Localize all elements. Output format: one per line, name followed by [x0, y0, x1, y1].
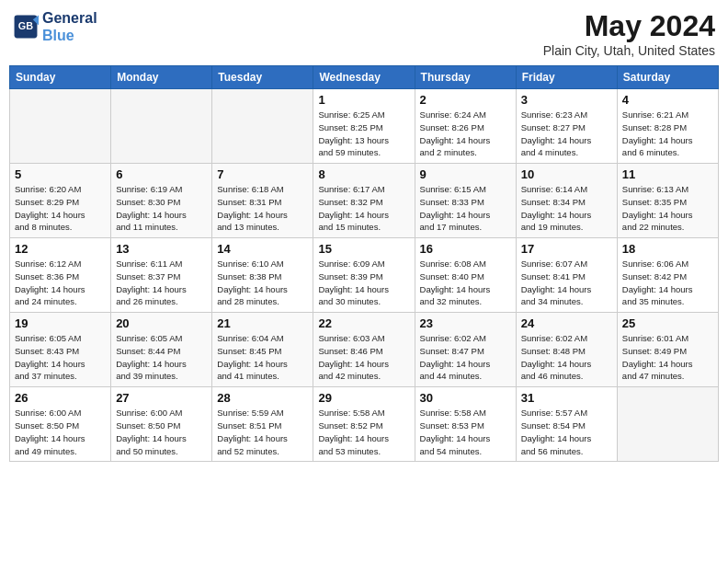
day-info: Sunrise: 6:01 AM Sunset: 8:49 PM Dayligh…: [622, 332, 713, 383]
calendar-day-cell: [10, 89, 111, 164]
weekday-header: Sunday: [10, 66, 111, 89]
day-number: 21: [217, 316, 308, 330]
day-info: Sunrise: 6:17 AM Sunset: 8:32 PM Dayligh…: [318, 183, 409, 234]
day-info: Sunrise: 5:57 AM Sunset: 8:54 PM Dayligh…: [521, 407, 612, 457]
calendar-day-cell: 20Sunrise: 6:05 AM Sunset: 8:44 PM Dayli…: [111, 313, 212, 387]
day-number: 15: [318, 242, 409, 256]
day-info: Sunrise: 6:04 AM Sunset: 8:45 PM Dayligh…: [217, 332, 308, 383]
logo: GB General Blue: [13, 9, 97, 44]
day-info: Sunrise: 5:59 AM Sunset: 8:51 PM Dayligh…: [217, 407, 308, 457]
logo-icon: GB: [13, 14, 39, 40]
calendar-day-cell: 3Sunrise: 6:23 AM Sunset: 8:27 PM Daylig…: [516, 89, 617, 164]
day-number: 12: [15, 242, 106, 256]
calendar-day-cell: 19Sunrise: 6:05 AM Sunset: 8:43 PM Dayli…: [10, 313, 111, 387]
calendar-day-cell: 28Sunrise: 5:59 AM Sunset: 8:51 PM Dayli…: [212, 387, 313, 462]
day-number: 7: [217, 167, 308, 181]
weekday-header: Friday: [516, 66, 617, 89]
day-info: Sunrise: 6:02 AM Sunset: 8:47 PM Dayligh…: [420, 332, 511, 383]
day-number: 4: [622, 93, 713, 107]
logo-text: General Blue: [42, 9, 97, 44]
day-info: Sunrise: 6:20 AM Sunset: 8:29 PM Dayligh…: [15, 183, 106, 234]
calendar-day-cell: 1Sunrise: 6:25 AM Sunset: 8:25 PM Daylig…: [313, 89, 415, 164]
calendar-day-cell: 4Sunrise: 6:21 AM Sunset: 8:28 PM Daylig…: [617, 89, 718, 164]
day-info: Sunrise: 6:00 AM Sunset: 8:50 PM Dayligh…: [116, 407, 207, 457]
day-info: Sunrise: 6:24 AM Sunset: 8:26 PM Dayligh…: [420, 109, 511, 159]
calendar-week-row: 5Sunrise: 6:20 AM Sunset: 8:29 PM Daylig…: [10, 164, 719, 238]
calendar-day-cell: 24Sunrise: 6:02 AM Sunset: 8:48 PM Dayli…: [516, 313, 617, 387]
day-info: Sunrise: 6:10 AM Sunset: 8:38 PM Dayligh…: [217, 258, 308, 308]
day-info: Sunrise: 6:14 AM Sunset: 8:34 PM Dayligh…: [521, 183, 612, 234]
weekday-header: Tuesday: [212, 66, 313, 89]
day-info: Sunrise: 6:21 AM Sunset: 8:28 PM Dayligh…: [622, 109, 713, 159]
calendar-day-cell: 17Sunrise: 6:07 AM Sunset: 8:41 PM Dayli…: [516, 238, 617, 313]
calendar-week-row: 12Sunrise: 6:12 AM Sunset: 8:36 PM Dayli…: [10, 238, 719, 313]
day-number: 14: [217, 242, 308, 256]
day-number: 19: [15, 316, 106, 330]
day-info: Sunrise: 6:09 AM Sunset: 8:39 PM Dayligh…: [318, 258, 409, 308]
calendar-day-cell: 5Sunrise: 6:20 AM Sunset: 8:29 PM Daylig…: [10, 164, 111, 238]
day-number: 13: [116, 242, 207, 256]
day-info: Sunrise: 6:05 AM Sunset: 8:44 PM Dayligh…: [116, 332, 207, 383]
calendar-day-cell: 27Sunrise: 6:00 AM Sunset: 8:50 PM Dayli…: [111, 387, 212, 462]
day-info: Sunrise: 6:03 AM Sunset: 8:46 PM Dayligh…: [318, 332, 409, 383]
calendar-day-cell: 15Sunrise: 6:09 AM Sunset: 8:39 PM Dayli…: [313, 238, 415, 313]
day-info: Sunrise: 6:11 AM Sunset: 8:37 PM Dayligh…: [116, 258, 207, 308]
day-info: Sunrise: 6:19 AM Sunset: 8:30 PM Dayligh…: [116, 183, 207, 234]
day-number: 10: [521, 167, 612, 181]
day-number: 28: [217, 391, 308, 405]
day-info: Sunrise: 6:00 AM Sunset: 8:50 PM Dayligh…: [15, 407, 106, 457]
day-number: 8: [318, 167, 409, 181]
calendar-day-cell: 12Sunrise: 6:12 AM Sunset: 8:36 PM Dayli…: [10, 238, 111, 313]
weekday-header: Wednesday: [313, 66, 415, 89]
calendar-day-cell: [212, 89, 313, 164]
day-number: 23: [420, 316, 511, 330]
calendar-day-cell: [111, 89, 212, 164]
calendar-day-cell: 29Sunrise: 5:58 AM Sunset: 8:52 PM Dayli…: [313, 387, 415, 462]
day-info: Sunrise: 5:58 AM Sunset: 8:52 PM Dayligh…: [318, 407, 409, 457]
calendar-day-cell: 9Sunrise: 6:15 AM Sunset: 8:33 PM Daylig…: [415, 164, 516, 238]
calendar-day-cell: 13Sunrise: 6:11 AM Sunset: 8:37 PM Dayli…: [111, 238, 212, 313]
calendar-day-cell: 31Sunrise: 5:57 AM Sunset: 8:54 PM Dayli…: [516, 387, 617, 462]
day-number: 25: [622, 316, 713, 330]
calendar-day-cell: 2Sunrise: 6:24 AM Sunset: 8:26 PM Daylig…: [415, 89, 516, 164]
day-number: 1: [318, 93, 409, 107]
weekday-header: Saturday: [617, 66, 718, 89]
calendar-day-cell: 7Sunrise: 6:18 AM Sunset: 8:31 PM Daylig…: [212, 164, 313, 238]
calendar-body: 1Sunrise: 6:25 AM Sunset: 8:25 PM Daylig…: [10, 89, 719, 462]
calendar-week-row: 19Sunrise: 6:05 AM Sunset: 8:43 PM Dayli…: [10, 313, 719, 387]
svg-text:GB: GB: [18, 20, 33, 31]
day-number: 18: [622, 242, 713, 256]
day-number: 16: [420, 242, 511, 256]
day-number: 30: [420, 391, 511, 405]
page-header: GB General Blue May 2024 Plain City, Uta…: [9, 9, 719, 58]
day-info: Sunrise: 6:08 AM Sunset: 8:40 PM Dayligh…: [420, 258, 511, 308]
day-info: Sunrise: 6:15 AM Sunset: 8:33 PM Dayligh…: [420, 183, 511, 234]
weekday-header: Monday: [111, 66, 212, 89]
day-number: 2: [420, 93, 511, 107]
day-info: Sunrise: 6:18 AM Sunset: 8:31 PM Dayligh…: [217, 183, 308, 234]
day-info: Sunrise: 6:05 AM Sunset: 8:43 PM Dayligh…: [15, 332, 106, 383]
calendar-day-cell: 22Sunrise: 6:03 AM Sunset: 8:46 PM Dayli…: [313, 313, 415, 387]
location-title: Plain City, Utah, United States: [543, 43, 715, 58]
day-info: Sunrise: 6:07 AM Sunset: 8:41 PM Dayligh…: [521, 258, 612, 308]
day-info: Sunrise: 6:12 AM Sunset: 8:36 PM Dayligh…: [15, 258, 106, 308]
day-number: 5: [15, 167, 106, 181]
day-number: 9: [420, 167, 511, 181]
calendar-day-cell: 26Sunrise: 6:00 AM Sunset: 8:50 PM Dayli…: [10, 387, 111, 462]
day-number: 27: [116, 391, 207, 405]
day-number: 6: [116, 167, 207, 181]
calendar-day-cell: 6Sunrise: 6:19 AM Sunset: 8:30 PM Daylig…: [111, 164, 212, 238]
calendar-day-cell: 8Sunrise: 6:17 AM Sunset: 8:32 PM Daylig…: [313, 164, 415, 238]
calendar-header-row: SundayMondayTuesdayWednesdayThursdayFrid…: [10, 66, 719, 89]
calendar-day-cell: 25Sunrise: 6:01 AM Sunset: 8:49 PM Dayli…: [617, 313, 718, 387]
day-info: Sunrise: 5:58 AM Sunset: 8:53 PM Dayligh…: [420, 407, 511, 457]
day-number: 24: [521, 316, 612, 330]
day-info: Sunrise: 6:25 AM Sunset: 8:25 PM Dayligh…: [318, 109, 409, 159]
day-info: Sunrise: 6:23 AM Sunset: 8:27 PM Dayligh…: [521, 109, 612, 159]
day-number: 11: [622, 167, 713, 181]
weekday-header: Thursday: [415, 66, 516, 89]
calendar-day-cell: 14Sunrise: 6:10 AM Sunset: 8:38 PM Dayli…: [212, 238, 313, 313]
calendar-week-row: 26Sunrise: 6:00 AM Sunset: 8:50 PM Dayli…: [10, 387, 719, 462]
day-number: 17: [521, 242, 612, 256]
calendar-day-cell: 23Sunrise: 6:02 AM Sunset: 8:47 PM Dayli…: [415, 313, 516, 387]
